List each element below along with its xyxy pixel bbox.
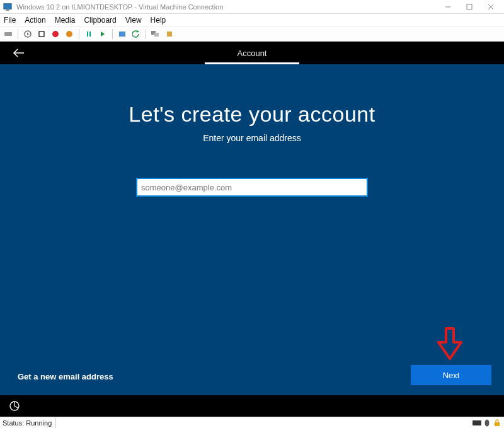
svg-rect-3 [467, 4, 472, 9]
menu-help[interactable]: Help [151, 16, 166, 25]
maximize-button[interactable] [459, 0, 480, 14]
next-button[interactable]: Next [411, 365, 491, 385]
pause-icon[interactable] [83, 28, 94, 40]
window-title: Windows 10 2 on ILMIONTDESKTOP - Virtual… [16, 3, 437, 11]
svg-rect-9 [39, 32, 44, 37]
minimize-button[interactable] [437, 0, 459, 14]
ease-of-access-icon[interactable] [8, 399, 21, 413]
turnoff-icon[interactable] [36, 28, 47, 40]
back-button[interactable] [11, 45, 26, 61]
mouse-icon [483, 419, 491, 427]
svg-point-11 [66, 31, 72, 37]
svg-point-23 [485, 419, 490, 426]
lock-icon [493, 419, 501, 427]
checkpoint-icon[interactable] [117, 28, 128, 40]
oobe-body: Let's create your account Enter your ema… [0, 64, 504, 395]
svg-rect-22 [472, 420, 481, 425]
host-menubar: File Action Media Clipboard View Help [0, 14, 504, 26]
revert-icon[interactable] [130, 28, 142, 40]
status-text: Status: Running [3, 417, 56, 428]
oobe-tab-label: Account [238, 49, 267, 58]
svg-point-10 [52, 31, 59, 37]
svg-marker-14 [101, 32, 105, 37]
oobe-header: Account [0, 42, 504, 64]
share-icon[interactable] [164, 28, 175, 40]
keyboard-icon [472, 419, 481, 427]
toolbar-separator [18, 29, 18, 39]
toolbar-separator [146, 29, 146, 39]
page-title: Let's create your account [0, 102, 504, 127]
get-new-email-link[interactable]: Get a new email address [18, 372, 113, 381]
next-button-label: Next [443, 371, 460, 380]
vm-display: Account Let's create your account Enter … [0, 42, 504, 417]
oobe-tab-account[interactable]: Account [205, 42, 299, 64]
svg-rect-13 [89, 32, 91, 37]
oobe-footer [0, 395, 504, 417]
ctrl-alt-del-icon[interactable] [3, 28, 14, 40]
svg-rect-19 [167, 32, 172, 37]
svg-rect-0 [4, 3, 11, 9]
toolbar-separator [112, 29, 113, 39]
svg-rect-15 [119, 32, 125, 37]
svg-rect-24 [495, 422, 500, 426]
shutdown-icon[interactable] [50, 28, 61, 40]
menu-view[interactable]: View [125, 16, 142, 25]
toolbar-separator [79, 29, 79, 39]
vm-app-icon [3, 2, 13, 12]
svg-rect-6 [4, 32, 12, 36]
host-statusbar: Status: Running [0, 417, 504, 428]
svg-rect-12 [87, 32, 88, 37]
menu-action[interactable]: Action [25, 16, 45, 25]
email-field[interactable] [136, 178, 368, 197]
host-toolbar [0, 26, 504, 42]
host-window-titlebar: Windows 10 2 on ILMIONTDESKTOP - Virtual… [0, 0, 504, 14]
status-icons [472, 419, 501, 427]
save-icon[interactable] [64, 28, 75, 40]
menu-file[interactable]: File [4, 16, 16, 25]
svg-rect-18 [154, 33, 159, 37]
annotation-arrow-icon [436, 327, 464, 360]
page-subtitle: Enter your email address [0, 133, 504, 143]
start-icon[interactable] [22, 28, 33, 40]
svg-marker-16 [137, 30, 139, 33]
enhanced-session-icon[interactable] [150, 28, 161, 40]
svg-marker-8 [27, 33, 29, 35]
reset-icon[interactable] [97, 28, 108, 40]
menu-media[interactable]: Media [55, 16, 76, 25]
close-button[interactable] [480, 0, 501, 14]
menu-clipboard[interactable]: Clipboard [84, 16, 116, 25]
svg-rect-1 [6, 9, 9, 11]
window-controls [437, 0, 501, 14]
